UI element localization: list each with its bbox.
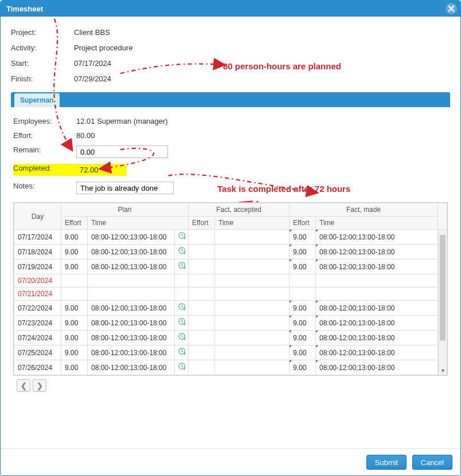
cell-fm-effort[interactable]: 9.00 [290,245,316,259]
clock-icon[interactable] [175,360,189,375]
cell-plan-time[interactable]: 08:00-12:00;13:00-18:00 [88,230,175,245]
cell-fa-time[interactable] [215,345,290,360]
cell-plan-effort[interactable]: 9.00 [61,345,88,360]
clock-icon[interactable] [175,259,189,274]
table-row[interactable]: 07/21/2024 [14,288,447,301]
cell-plan-time[interactable]: 08:00-12:00;13:00-18:00 [88,345,175,360]
cell-plan-effort[interactable] [61,274,88,288]
cell-fa-effort[interactable] [189,288,215,301]
clock-icon[interactable] [175,331,189,345]
table-row[interactable]: 07/23/20249.0008:00-12:00;13:00-18:009.0… [14,316,447,331]
cell-fa-time[interactable] [215,230,290,245]
cancel-button[interactable]: Cancel [412,455,452,470]
cell-fa-effort[interactable] [189,230,215,245]
timesheet-grid: Day Plan Fact, accepted Fact, made Effor… [13,202,448,376]
clock-icon[interactable] [175,274,189,288]
cell-plan-effort[interactable]: 9.00 [61,316,88,331]
clock-icon[interactable] [175,345,189,360]
cell-fm-time[interactable]: 08:00-12:00;13:00-18:00 [316,230,438,245]
grid-scrollbar[interactable]: ▾ [438,234,447,375]
cell-fm-effort[interactable]: 9.00 [290,360,316,375]
cell-fa-effort[interactable] [189,245,215,259]
clock-icon[interactable] [175,288,189,301]
cell-fm-effort[interactable]: 9.00 [290,316,316,331]
cell-plan-time[interactable]: 08:00-12:00;13:00-18:00 [88,245,175,259]
col-fm-effort: Effort [290,217,316,230]
cell-fa-time[interactable] [215,360,290,375]
table-row[interactable]: 07/24/20249.0008:00-12:00;13:00-18:009.0… [14,331,447,345]
cell-fm-effort[interactable]: 9.00 [290,345,316,360]
scrollbar-thumb[interactable] [440,235,446,341]
cell-fm-time[interactable]: 08:00-12:00;13:00-18:00 [316,316,438,331]
cell-plan-time[interactable]: 08:00-12:00;13:00-18:00 [88,316,175,331]
cell-plan-time[interactable]: 08:00-12:00;13:00-18:00 [88,360,175,375]
cell-fm-time[interactable]: 08:00-12:00;13:00-18:00 [316,301,438,316]
cell-plan-effort[interactable] [61,288,88,301]
notes-input[interactable] [76,182,174,194]
cell-fm-time[interactable] [316,274,438,288]
cell-plan-effort[interactable]: 9.00 [61,245,88,259]
cell-fm-effort[interactable]: 9.00 [290,301,316,316]
notes-label: Notes: [13,182,76,190]
table-row[interactable]: 07/20/2024 [14,274,447,288]
tab-superman[interactable]: Superman [14,93,60,107]
clock-icon[interactable] [175,301,189,316]
cell-plan-time[interactable] [88,288,175,301]
cell-fm-effort[interactable]: 9.00 [290,331,316,345]
cell-fa-effort[interactable] [189,274,215,288]
cell-fm-time[interactable] [316,288,438,301]
pager-next-button[interactable]: ❯ [33,379,46,392]
cell-fa-time[interactable] [215,316,290,331]
cell-fm-effort[interactable]: 9.00 [290,259,316,274]
cell-fa-effort[interactable] [189,360,215,375]
cell-fm-effort[interactable]: 9.00 [290,230,316,245]
cell-plan-effort[interactable]: 9.00 [61,230,88,245]
cell-fa-effort[interactable] [189,259,215,274]
cell-fm-time[interactable]: 08:00-12:00;13:00-18:00 [316,259,438,274]
cell-fa-time[interactable] [215,274,290,288]
scrollbar-down-icon[interactable]: ▾ [439,367,447,373]
table-row[interactable]: 07/19/20249.0008:00-12:00;13:00-18:009.0… [14,259,447,274]
cell-plan-time[interactable]: 08:00-12:00;13:00-18:00 [88,259,175,274]
clock-icon[interactable] [175,245,189,259]
cell-fa-time[interactable] [215,331,290,345]
cell-plan-effort[interactable]: 9.00 [61,331,88,345]
cell-fm-time[interactable]: 08:00-12:00;13:00-18:00 [316,331,438,345]
cell-fa-effort[interactable] [189,345,215,360]
timesheet-dialog: Timesheet 80 person-hours are pla [0,0,461,476]
remain-input[interactable] [76,145,168,158]
cell-fa-time[interactable] [215,245,290,259]
completed-label: Completed: [13,164,76,176]
col-fa-time: Time [215,217,290,230]
cell-fm-effort[interactable] [290,274,316,288]
cell-fa-effort[interactable] [189,331,215,345]
cell-fm-time[interactable]: 08:00-12:00;13:00-18:00 [316,360,438,375]
cell-plan-effort[interactable]: 9.00 [61,301,88,316]
table-row[interactable]: 07/22/20249.0008:00-12:00;13:00-18:009.0… [14,301,447,316]
employee-panel: Employees: 12.01 Superman (manager) Effo… [11,107,450,400]
cell-fm-time[interactable]: 08:00-12:00;13:00-18:00 [316,345,438,360]
cell-fa-effort[interactable] [189,316,215,331]
cell-fa-time[interactable] [215,259,290,274]
table-row[interactable]: 07/18/20249.0008:00-12:00;13:00-18:009.0… [14,245,447,259]
cell-plan-time[interactable] [88,274,175,288]
clock-icon[interactable] [175,230,189,245]
employees-value: 12.01 Superman (manager) [76,117,168,125]
clock-icon[interactable] [175,316,189,331]
close-icon[interactable] [446,3,457,14]
table-row[interactable]: 07/26/20249.0008:00-12:00;13:00-18:009.0… [14,360,447,375]
cell-fa-effort[interactable] [189,301,215,316]
colgroup-fact-made: Fact, made [290,203,438,217]
cell-plan-effort[interactable]: 9.00 [61,259,88,274]
cell-fa-time[interactable] [215,301,290,316]
cell-plan-time[interactable]: 08:00-12:00;13:00-18:00 [88,301,175,316]
pager-prev-button[interactable]: ❮ [17,379,30,392]
cell-plan-time[interactable]: 08:00-12:00;13:00-18:00 [88,331,175,345]
table-row[interactable]: 07/25/20249.0008:00-12:00;13:00-18:009.0… [14,345,447,360]
cell-fa-time[interactable] [215,288,290,301]
cell-fm-time[interactable]: 08:00-12:00;13:00-18:00 [316,245,438,259]
cell-fm-effort[interactable] [290,288,316,301]
cell-plan-effort[interactable]: 9.00 [61,360,88,375]
submit-button[interactable]: Submit [366,455,407,470]
table-row[interactable]: 07/17/20249.0008:00-12:00;13:00-18:009.0… [14,230,447,245]
